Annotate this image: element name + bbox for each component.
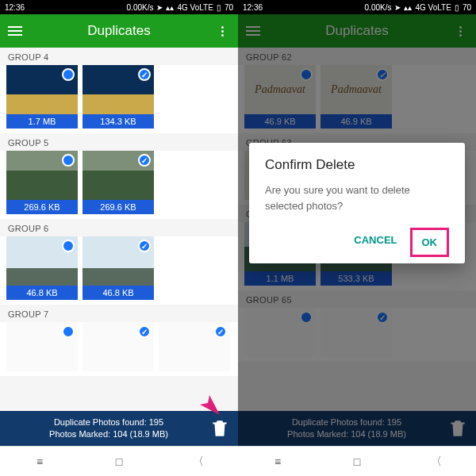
more-icon[interactable]	[214, 26, 230, 36]
confirm-delete-dialog: Confirm Delete Are you sure you want to …	[249, 143, 465, 263]
selection-dot[interactable]	[62, 68, 75, 81]
status-bar: 12:36 0.00K/s ➤ ▴▴ 4G VoLTE ▯ 70	[238, 0, 476, 14]
check-icon[interactable]	[138, 68, 151, 81]
status-speed: 0.00K/s	[127, 3, 154, 12]
pane-left: 12:36 0.00K/s ➤ ▴▴ 4G VoLTE ▯ 70 Duplica…	[0, 0, 238, 476]
photo-image[interactable]	[83, 322, 154, 371]
status-bar: 12:36 0.00K/s ➤ ▴▴ 4G VoLTE ▯ 70	[0, 0, 238, 14]
photo-thumbnail[interactable]	[83, 322, 154, 371]
photo-image[interactable]	[83, 236, 154, 286]
photo-row: 1.7 MB134.3 KB	[0, 65, 238, 133]
summary-text: Duplicate Photos found: 195 Photos Marke…	[8, 416, 209, 441]
pane-right: 12:36 0.00K/s ➤ ▴▴ 4G VoLTE ▯ 70 Duplica…	[238, 0, 476, 476]
location-icon: ➤	[394, 3, 401, 12]
dialog-actions: CANCEL OK	[265, 228, 449, 257]
trash-icon[interactable]	[209, 418, 230, 439]
photo-image[interactable]	[159, 322, 230, 371]
location-icon: ➤	[156, 3, 163, 12]
photo-image[interactable]	[6, 65, 78, 114]
status-speed: 0.00K/s	[365, 3, 392, 12]
photo-row	[0, 322, 238, 376]
signal-icon: ▴▴	[404, 3, 412, 12]
group-header: GROUP 6	[0, 219, 238, 236]
photo-size: 269.6 KB	[6, 200, 78, 214]
android-nav: ≡ □ 〈	[0, 446, 238, 476]
status-network: 4G VoLTE	[415, 3, 451, 12]
selection-dot[interactable]	[62, 154, 75, 167]
back-button[interactable]: 〈	[190, 456, 206, 467]
photo-size: 46.8 KB	[6, 286, 78, 300]
photo-size: 46.8 KB	[83, 286, 154, 300]
menu-icon[interactable]	[8, 26, 24, 36]
check-icon[interactable]	[138, 154, 151, 167]
photo-image[interactable]	[6, 236, 78, 286]
status-network: 4G VoLTE	[177, 3, 213, 12]
dialog-title: Confirm Delete	[265, 157, 449, 173]
photo-row: 269.6 KB269.6 KB	[0, 151, 238, 219]
summary-marked: Photos Marked: 104 (18.9 MB)	[8, 428, 209, 440]
cancel-button[interactable]: CANCEL	[344, 228, 406, 257]
ok-button[interactable]: OK	[410, 228, 450, 257]
photo-image[interactable]	[6, 322, 78, 371]
home-button[interactable]: □	[349, 456, 365, 467]
group-header: GROUP 7	[0, 305, 238, 322]
signal-icon: ▯	[455, 3, 459, 12]
check-icon[interactable]	[214, 325, 227, 338]
photo-thumbnail[interactable]	[159, 322, 230, 371]
group-header: GROUP 5	[0, 133, 238, 151]
signal-icon: ▴▴	[166, 3, 174, 12]
group-header: GROUP 4	[0, 48, 238, 65]
selection-dot[interactable]	[62, 325, 75, 338]
android-nav: ≡ □ 〈	[238, 446, 476, 476]
app-bar: Duplicates	[0, 14, 238, 48]
photo-thumbnail[interactable]	[6, 322, 78, 371]
check-icon[interactable]	[138, 325, 151, 338]
recent-button[interactable]: ≡	[32, 456, 48, 467]
photo-thumbnail[interactable]: 269.6 KB	[83, 151, 154, 214]
status-time: 12:36	[5, 3, 25, 12]
photo-image[interactable]	[6, 151, 78, 200]
app-title: Duplicates	[24, 23, 214, 39]
annotation-arrow	[176, 371, 224, 419]
photo-image[interactable]	[83, 151, 154, 200]
home-button[interactable]: □	[111, 456, 127, 467]
check-icon[interactable]	[138, 240, 151, 252]
photo-thumbnail[interactable]: 46.8 KB	[83, 236, 154, 300]
dialog-message: Are you sure you want to delete selected…	[265, 182, 449, 213]
selection-dot[interactable]	[62, 240, 75, 252]
photo-size: 134.3 KB	[83, 114, 154, 129]
photo-thumbnail[interactable]: 46.8 KB	[6, 236, 78, 300]
status-time: 12:36	[243, 3, 263, 12]
back-button[interactable]: 〈	[428, 456, 444, 467]
photo-thumbnail[interactable]: 1.7 MB	[6, 65, 78, 129]
photo-size: 269.6 KB	[83, 200, 154, 214]
status-battery: 70	[463, 3, 471, 12]
photo-thumbnail[interactable]: 269.6 KB	[6, 151, 78, 214]
status-battery: 70	[225, 3, 233, 12]
recent-button[interactable]: ≡	[270, 456, 286, 467]
photo-row: 46.8 KB46.8 KB	[0, 236, 238, 305]
photo-size: 1.7 MB	[6, 114, 78, 129]
content-area[interactable]: GROUP 41.7 MB134.3 KBGROUP 5269.6 KB269.…	[0, 48, 238, 411]
photo-image[interactable]	[83, 65, 154, 114]
signal-icon: ▯	[217, 3, 221, 12]
photo-thumbnail[interactable]: 134.3 KB	[83, 65, 154, 129]
